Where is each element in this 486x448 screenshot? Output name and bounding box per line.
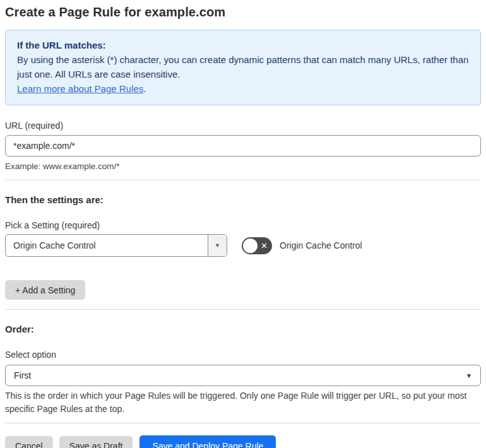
- setting-row: Origin Cache Control ▼ ✕ Origin Cache Co…: [5, 234, 481, 257]
- origin-cache-control-toggle[interactable]: ✕: [242, 237, 272, 254]
- save-and-deploy-button[interactable]: Save and Deploy Page Rule: [139, 435, 276, 448]
- url-match-info-box: If the URL matches: By using the asteris…: [5, 30, 481, 105]
- footer-actions: Cancel Save as Draft Save and Deploy Pag…: [5, 435, 481, 448]
- page-rule-form: Create a Page Rule for example.com If th…: [0, 5, 486, 448]
- learn-more-link[interactable]: Learn more about Page Rules: [17, 83, 143, 94]
- link-period: .: [143, 83, 146, 94]
- setting-select[interactable]: Origin Cache Control ▼: [5, 234, 227, 257]
- toggle-label: Origin Cache Control: [280, 240, 362, 251]
- order-section-heading: Order:: [5, 324, 481, 334]
- order-select[interactable]: First ▼: [5, 365, 481, 386]
- order-select-value: First: [14, 370, 31, 380]
- url-example-text: Example: www.example.com/*: [5, 162, 481, 171]
- info-box-link-row: Learn more about Page Rules.: [17, 81, 469, 96]
- url-field-label: URL (required): [5, 121, 481, 131]
- cancel-button[interactable]: Cancel: [5, 436, 53, 448]
- divider: [5, 423, 481, 423]
- setting-select-value: Origin Cache Control: [6, 235, 208, 256]
- info-box-heading: If the URL matches:: [17, 38, 469, 52]
- divider: [5, 180, 481, 180]
- info-box-body: By using the asterisk (*) character, you…: [17, 52, 469, 81]
- chevron-down-icon: ▼: [466, 372, 472, 379]
- page-title: Create a Page Rule for example.com: [5, 5, 481, 20]
- save-as-draft-button[interactable]: Save as Draft: [59, 436, 133, 448]
- chevron-down-icon: ▼: [215, 242, 220, 249]
- add-setting-button[interactable]: + Add a Setting: [5, 280, 85, 300]
- order-select-label: Select option: [5, 350, 481, 360]
- url-input[interactable]: [5, 135, 481, 156]
- settings-section-heading: Then the settings are:: [5, 194, 481, 205]
- divider: [5, 309, 481, 310]
- toggle-knob: [243, 239, 258, 253]
- pick-setting-label: Pick a Setting (required): [5, 220, 481, 230]
- order-help-text: This is the order in which your Page Rul…: [5, 389, 475, 416]
- toggle-off-x-icon: ✕: [261, 242, 268, 250]
- setting-select-arrow-button[interactable]: ▼: [208, 235, 227, 256]
